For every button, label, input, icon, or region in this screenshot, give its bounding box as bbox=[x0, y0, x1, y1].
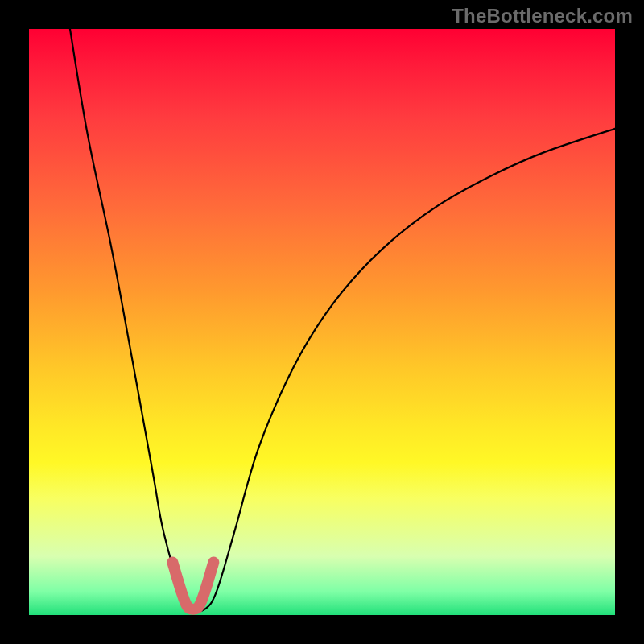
curve-layer bbox=[29, 29, 615, 615]
watermark-label: TheBottleneck.com bbox=[452, 5, 633, 27]
bottleneck-curve bbox=[70, 29, 615, 612]
chart-frame: TheBottleneck.com bbox=[0, 0, 644, 644]
plot-area bbox=[29, 29, 615, 615]
trough-marker bbox=[172, 562, 213, 609]
